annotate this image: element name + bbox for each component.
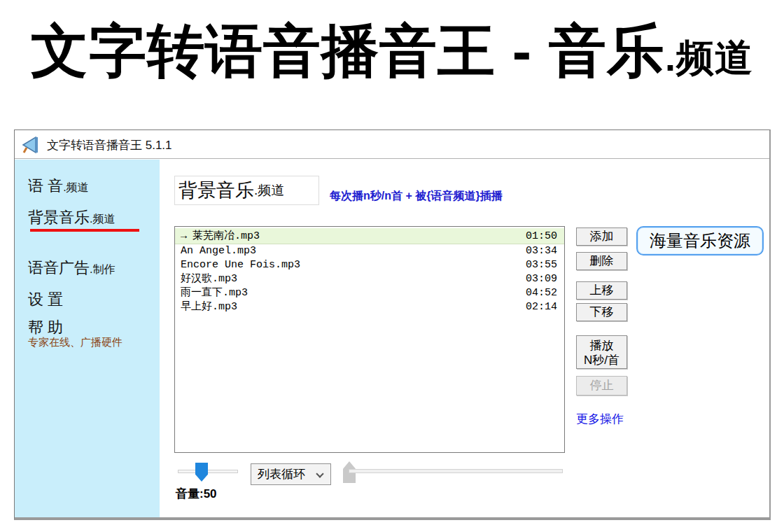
playlist-row[interactable]: An Angel.mp3 03:34 [175, 244, 564, 258]
active-item-underline [30, 229, 139, 232]
track-name: 雨一直下.mp3 [181, 286, 248, 300]
playlist-row-current[interactable]: →莱芜南冶.mp3 01:50 [175, 228, 564, 244]
app-window: 文字转语音播音王 5.1.1 语 音.频道 背景音乐.频道 语音广告.制作 设 … [14, 130, 771, 520]
track-duration: 02:14 [526, 300, 557, 314]
progress-slider-track[interactable] [349, 469, 563, 473]
track-name: 早上好.mp3 [181, 300, 237, 314]
track-duration: 01:50 [526, 228, 557, 244]
move-down-button[interactable]: 下移 [576, 303, 627, 321]
channel-caption: 每次播n秒/n首 + 被{语音频道}插播 [330, 189, 503, 204]
window-title: 文字转语音播音王 5.1.1 [47, 137, 172, 153]
track-duration: 03:55 [526, 258, 557, 272]
track-name: Encore Une Fois.mp3 [181, 258, 300, 272]
track-name: 好汉歌.mp3 [181, 272, 237, 286]
playlist-row[interactable]: 好汉歌.mp3 03:09 [175, 272, 564, 286]
add-button[interactable]: 添加 [576, 227, 627, 246]
window-titlebar[interactable]: 文字转语音播音王 5.1.1 [15, 130, 769, 159]
section-title: 背景音乐.频道 [174, 176, 319, 205]
now-playing-arrow-icon: → [181, 230, 187, 242]
more-actions-link[interactable]: 更多操作 [576, 411, 624, 427]
sidebar-item-bgmusic-channel[interactable]: 背景音乐.频道 [28, 207, 115, 228]
playlist-row[interactable]: 雨一直下.mp3 04:52 [175, 286, 564, 300]
track-duration: 04:52 [526, 286, 557, 300]
sidebar-footnote[interactable]: 专家在线、广播硬件 [28, 336, 122, 349]
sidebar-item-voice-ad[interactable]: 语音广告.制作 [28, 258, 115, 279]
sidebar-item-help[interactable]: 帮 助 [28, 317, 63, 338]
volume-label: 音量:50 [176, 486, 217, 502]
track-duration: 03:09 [526, 272, 557, 286]
track-name: →莱芜南冶.mp3 [181, 228, 260, 244]
delete-button[interactable]: 删除 [576, 252, 627, 270]
playlist[interactable]: →莱芜南冶.mp3 01:50 An Angel.mp3 03:34 Encor… [174, 226, 565, 453]
megaphone-icon [22, 135, 41, 154]
page-title-suffix: .频道 [665, 36, 753, 78]
stop-button[interactable]: 停止 [576, 376, 627, 396]
music-resources-button[interactable]: 海量音乐资源 [636, 226, 764, 255]
track-name: An Angel.mp3 [181, 244, 256, 258]
play-mode-select[interactable]: 列表循环 [251, 463, 331, 485]
sidebar-item-settings[interactable]: 设 置 [28, 289, 63, 310]
move-up-button[interactable]: 上移 [576, 281, 627, 300]
chevron-down-icon [316, 470, 323, 477]
volume-slider-thumb[interactable] [195, 463, 208, 482]
sidebar: 语 音.频道 背景音乐.频道 语音广告.制作 设 置 帮 助 专家在线、广播硬件 [15, 160, 160, 517]
track-duration: 03:34 [526, 244, 557, 258]
sidebar-item-voice-channel[interactable]: 语 音.频道 [28, 176, 89, 197]
volume-slider-track[interactable] [178, 470, 238, 473]
playlist-row[interactable]: 早上好.mp3 02:14 [175, 300, 564, 314]
playlist-row[interactable]: Encore Une Fois.mp3 03:55 [175, 258, 564, 272]
page-title-main: 文字转语音播音王 - 音乐 [31, 19, 665, 83]
page-title: 文字转语音播音王 - 音乐.频道 [0, 0, 784, 84]
play-n-seconds-button[interactable]: 播放 N秒/首 [576, 335, 627, 369]
